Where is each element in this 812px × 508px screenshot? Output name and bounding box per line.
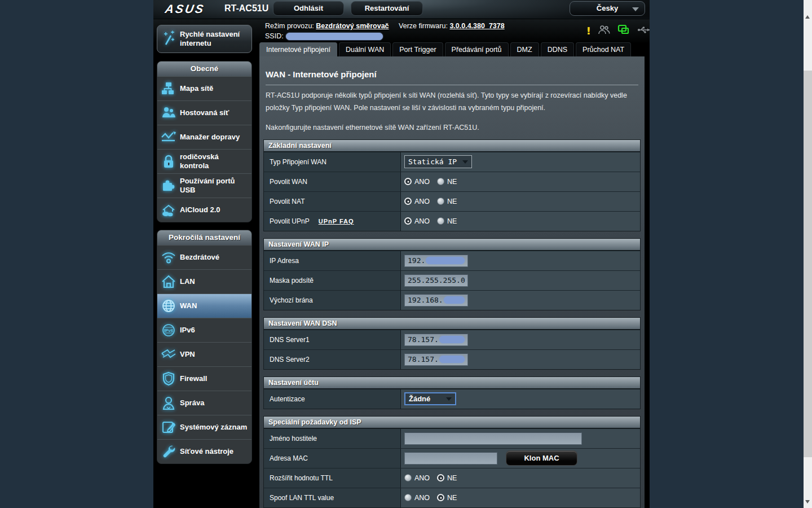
top-banner: ASUS RT-AC51U Odhlásit Restartování Česk… [153,0,650,19]
spoof-ttl-no-radio[interactable] [437,494,444,501]
sidebar-item-network-tools[interactable]: Síťové nástroje [157,439,251,463]
field-label: Rozšířit hodnotu TTL [270,474,333,482]
operation-mode-link[interactable]: Bezdrátový směrovač [316,22,389,30]
field-label: Povolit UPnP [270,217,310,225]
tab-ddns[interactable]: DDNS [541,42,574,56]
status-icons: ! [586,24,646,38]
language-select[interactable]: Česky [570,1,645,16]
sidebar-item-system-log[interactable]: Systémový záznam [157,415,251,439]
firmware-label: Verze firmwaru: [399,22,448,30]
authentication-selected-value: Žádné [409,395,430,403]
row-extend-ttl: Rozšířit hodnotu TTL ANO NE [264,468,640,488]
extend-ttl-no-radio[interactable] [437,474,444,481]
enable-wan-yes-radio[interactable] [404,178,412,185]
sidebar-item-label: Bezdrátové [180,253,222,262]
wan-tab-bar: Internetové připojení Duální WAN Port Tr… [259,42,645,56]
notification-icon[interactable]: ! [586,27,591,36]
extend-ttl-yes-radio[interactable] [404,474,412,481]
sidebar-item-label: Síťové nástroje [180,447,236,456]
mac-address-input[interactable] [404,452,497,465]
parental-control-lock-icon [157,154,180,169]
row-wan-connection-type: Typ Připojení WAN Statická IP [264,152,640,172]
sidebar-item-label: Manažer dopravy [180,133,242,142]
sidebar-item-administration[interactable]: Správa [157,391,251,415]
sidebar-item-label: Hostovaná síť [180,108,231,117]
field-label: Maska podsítě [270,277,314,284]
sidebar-item-lan[interactable]: LAN [157,269,251,294]
tab-dualni-wan[interactable]: Duální WAN [339,42,391,56]
radio-yes-label: ANO [414,217,430,225]
chevron-down-icon [632,7,639,11]
reboot-button[interactable]: Restartování [351,1,423,16]
enable-upnp-no-radio[interactable] [437,217,444,225]
wan-type-select[interactable]: Statická IP [404,155,472,168]
vertical-scrollbar[interactable] [804,0,812,508]
enable-upnp-yes-radio[interactable] [404,217,412,225]
sidebar-item-wan[interactable]: WAN [157,294,251,318]
sidebar-item-label: Mapa sítě [180,84,215,93]
default-gateway-input[interactable]: 192.168. [404,294,468,306]
tab-port-trigger[interactable]: Port Trigger [392,42,443,56]
network-map-icon [157,81,180,96]
sidebar-group-title: Pokročilá nastavení [157,230,251,245]
sidebar-item-network-map[interactable]: Mapa sítě [157,76,251,100]
scroll-down-arrow-icon[interactable] [805,500,810,503]
quick-internet-setup-button[interactable]: Rychlé nastavení internetu [157,25,252,53]
tab-dmz[interactable]: DMZ [510,42,539,56]
sidebar-item-firewall[interactable]: Firewall [157,366,251,391]
authentication-select[interactable]: Žádné [404,392,456,405]
row-enable-upnp: Povolit UPnP UPnP FAQ ANO NE [264,211,640,231]
enable-nat-yes-radio[interactable] [404,198,412,205]
tab-predavani-portu[interactable]: Předávání portů [445,42,509,56]
row-dns-server2: DNS Server2 78.157. [264,349,640,369]
sidebar-item-guest-network[interactable]: Hostovaná síť [157,100,251,125]
sidebar-item-traffic-manager[interactable]: Manažer dopravy [157,125,251,149]
sidebar-item-aicloud[interactable]: AiCloud 2.0 [157,198,251,222]
log-note-icon [157,420,180,435]
host-name-input[interactable] [404,432,582,445]
tab-pruchod-nat[interactable]: Průchod NAT [576,42,631,56]
upnp-faq-link[interactable]: UPnP FAQ [319,218,354,225]
row-host-name: Jméno hostitele [264,428,640,448]
radio-no-label: NE [447,178,457,186]
row-enable-nat: Povolit NAT ANO NE [264,191,640,211]
mac-clone-button[interactable]: Klon MAC [506,450,577,466]
spoof-ttl-yes-radio[interactable] [404,494,412,501]
section-header: Základní nastavení [264,140,640,152]
select-arrow-icon [446,397,452,401]
operation-mode-label: Režim provozu: [265,22,314,30]
sidebar-item-parental-control[interactable]: rodičovská kontrola [157,149,251,173]
section-basic-config: Základní nastavení Typ Připojení WAN Sta… [263,139,641,231]
dns-server2-input[interactable]: 78.157. [404,353,468,366]
enable-nat-no-radio[interactable] [437,198,444,205]
redaction-blob [439,336,465,343]
wifi-icon [157,251,180,264]
field-label: Adresa MAC [270,454,308,462]
tab-internetove-pripojeni[interactable]: Internetové připojení [259,42,337,56]
subnet-mask-input[interactable]: 255.255.255.0 [404,274,468,287]
sidebar-group-general: Obecné Mapa sítě Hostovaná síť Manažer d… [157,61,252,222]
sidebar-item-vpn[interactable]: VPN [157,342,251,366]
logout-button[interactable]: Odhlásit [273,1,344,16]
firmware-version-link[interactable]: 3.0.0.4.380_7378 [449,22,504,30]
clients-icon[interactable] [598,25,610,37]
scroll-up-arrow-icon[interactable] [805,15,810,19]
input-value: 78.157. [408,335,439,344]
dns-server1-input[interactable]: 78.157. [404,334,468,346]
row-dns-server1: DNS Server1 78.157. [264,330,640,349]
sidebar-item-wireless[interactable]: Bezdrátové [157,245,251,269]
input-value: 78.157. [408,355,439,364]
section-wan-ip: Nastavení WAN IP IP Adresa 192. Maska po… [263,238,641,310]
scrollbar-thumb[interactable] [804,71,812,457]
page-title: WAN - Internetové připojení [266,69,638,79]
field-label: Povolit WAN [270,178,307,186]
usb-icon[interactable] [637,26,651,36]
enable-wan-no-radio[interactable] [437,178,444,185]
field-label: Jméno hostitele [270,435,317,443]
ip-address-input[interactable]: 192. [404,255,468,267]
sidebar-item-ipv6[interactable]: IPv6 IPv6 [157,318,251,342]
wired-lan-icon[interactable] [617,24,630,38]
sidebar-item-usb-application[interactable]: Používání portů USB [157,173,251,198]
sidebar-item-label: rodičovská kontrola [180,152,251,170]
row-ip-address: IP Adresa 192. [264,251,640,270]
